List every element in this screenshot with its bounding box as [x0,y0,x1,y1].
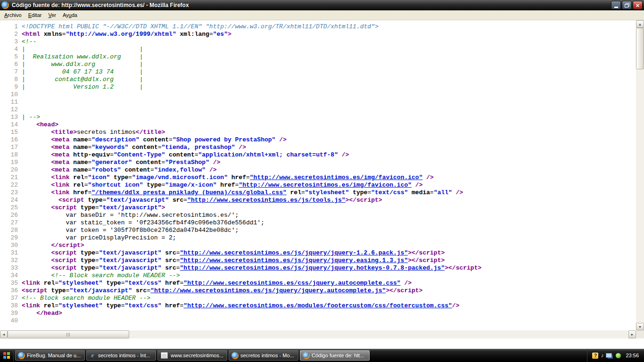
line-number: 4 [2,46,18,53]
source-link[interactable]: "http://www.secretosintimos.es/js/tools.… [187,197,345,204]
code-line: 21 <link rel="icon" type="image/vnd.micr… [2,174,636,181]
taskbar-button-label: FireBug. Manual de u... [27,353,81,358]
scrollbar-corner [636,330,644,338]
horizontal-scroll-track[interactable] [129,330,628,338]
code-line: 3<!-- [2,38,636,46]
minimize-button[interactable] [611,1,621,9]
taskbar-button[interactable]: FireBug. Manual de u... [15,350,85,361]
code-line: 37<!-- Block search module HEADER --> [2,295,636,302]
horizontal-scroll-thumb[interactable] [8,330,129,338]
code-text: <meta name="keywords" content="tienda, p… [22,144,246,151]
taskbar-buttons: FireBug. Manual de u...esecretos intimos… [15,349,586,362]
line-number: 29 [2,234,18,242]
taskbar-clock[interactable]: 23:56 [626,353,639,358]
scroll-grip-icon [66,333,71,337]
firefox-icon [1,1,9,9]
scroll-right-arrow-icon[interactable]: ► [628,330,636,338]
line-number: 11 [2,99,18,106]
source-view[interactable]: 1<!DOCTYPE html PUBLIC "-//W3C//DTD XHTM… [0,20,636,330]
menu-archivo[interactable]: Archivo [1,11,25,19]
code-line: 9| Version 1.2 | [2,83,636,91]
code-text: <!DOCTYPE html PUBLIC "-//W3C//DTD XHTML… [22,23,379,31]
firefox-icon [303,352,310,359]
horizontal-scrollbar[interactable]: ◄ ► [0,330,636,338]
line-number: 14 [2,121,18,129]
source-link[interactable]: "http://www.secretosintimos.es/js/jquery… [180,264,445,272]
vertical-scroll-track[interactable] [636,69,644,323]
source-link[interactable]: "/themes/ddlx presta pniklady (buena)/cs… [91,189,286,196]
line-number: 21 [2,174,18,181]
source-link[interactable]: "http://www.secretosintimos.es/img/favic… [250,174,423,181]
line-number: 37 [2,295,18,302]
code-text: <head> [22,121,58,129]
line-number: 31 [2,249,18,257]
scroll-down-arrow-icon[interactable]: ▼ [636,323,644,330]
window-controls: × [611,1,643,9]
vertical-scrollbar[interactable]: ▲ ▼ [636,20,644,330]
menu-ayuda[interactable]: Ayuda [59,11,81,19]
line-number: 38 [2,302,18,310]
source-link[interactable]: "http://www.secretosintimos.es/js/jquery… [180,257,408,264]
restore-button[interactable] [622,1,632,9]
menu-editar[interactable]: Editar [25,11,45,19]
line-number: 27 [2,219,18,227]
code-line: 11 [2,99,636,106]
source-link[interactable]: "http://www.secretosintimos.es/img/favic… [239,181,412,189]
vertical-scroll-thumb[interactable] [636,28,644,69]
code-text: | contact@ddlx.org | [22,76,143,83]
menu-ver[interactable]: Ver [45,11,59,19]
code-text: <link rel="shortcut icon" type="image/x-… [22,181,422,189]
taskbar-button[interactable]: www.secretosintimos... [157,350,227,361]
ie-icon: e [89,352,96,359]
volume-icon[interactable]: ♪ [601,353,603,358]
line-number: 24 [2,197,18,204]
windows-logo-icon [3,352,10,359]
code-line: 18 <meta http-equiv="Content-Type" conte… [2,151,636,159]
code-line: 22 <link rel="shortcut icon" type="image… [2,181,636,189]
source-link[interactable]: "http://www.secretosintimos.es/modules/f… [183,302,452,309]
source-link[interactable]: "http://www.secretosintimos.es/css/jquer… [183,280,400,287]
code-text: | www.ddlx.org | [22,61,143,68]
code-text: <script type="text/javascript" src="http… [22,257,445,264]
line-number: 9 [2,83,18,91]
code-text: <script type="text/javascript" src="http… [22,264,481,272]
code-line: 39 </head> [2,310,636,317]
code-line: 1<!DOCTYPE html PUBLIC "-//W3C//DTD XHTM… [2,23,636,31]
line-number: 34 [2,272,18,280]
scroll-up-arrow-icon[interactable]: ▲ [636,20,644,28]
taskbar-button[interactable]: esecretos intimos - Int... [86,350,156,361]
help-icon[interactable]: ? [592,353,598,359]
code-line: 14 <head> [2,121,636,129]
line-number: 17 [2,144,18,151]
menubar: ArchivoEditarVerAyuda [0,10,644,20]
source-link[interactable]: "http://www.secretosintimos.es/js/jquery… [150,287,386,294]
line-number: 26 [2,212,18,219]
line-number: 30 [2,242,18,249]
status-icon[interactable] [616,353,621,358]
code-text: <html xmlns="http://www.w3.org/1999/xhtm… [22,31,231,38]
taskbar-button[interactable]: secretos intimos - Mo... [229,350,298,361]
line-number: 19 [2,159,18,166]
quick-launch[interactable] [1,349,14,362]
code-text: | Version 1.2 | [22,83,143,91]
code-line: 40 [2,317,636,325]
taskbar-button[interactable]: Código fuente de: htt... [300,350,370,361]
line-number: 3 [2,38,18,46]
code-text: <script type="text/javascript" src="http… [22,249,445,257]
network-icon[interactable] [606,353,612,358]
line-number: 13 [2,114,18,121]
close-button[interactable]: × [633,1,643,9]
code-line: 10 [2,91,636,99]
code-text: | Realisation www.ddlx.org | [22,53,143,61]
code-text: <meta name="robots" content="index,follo… [22,166,217,174]
code-text: | 04 67 17 13 74 | [22,68,143,76]
line-number: 12 [2,106,18,114]
code-line: 19 <meta name="generator" content="Prest… [2,159,636,166]
code-text: <meta name="description" content="Shop p… [22,136,287,144]
code-text: <script type="text/javascript" src="http… [22,197,382,204]
line-number: 5 [2,53,18,61]
line-number: 8 [2,76,18,83]
source-link[interactable]: "http://www.secretosintimos.es/js/jquery… [180,249,408,256]
code-text: <script type="text/javascript"> [22,204,165,212]
scroll-left-arrow-icon[interactable]: ◄ [0,330,8,338]
